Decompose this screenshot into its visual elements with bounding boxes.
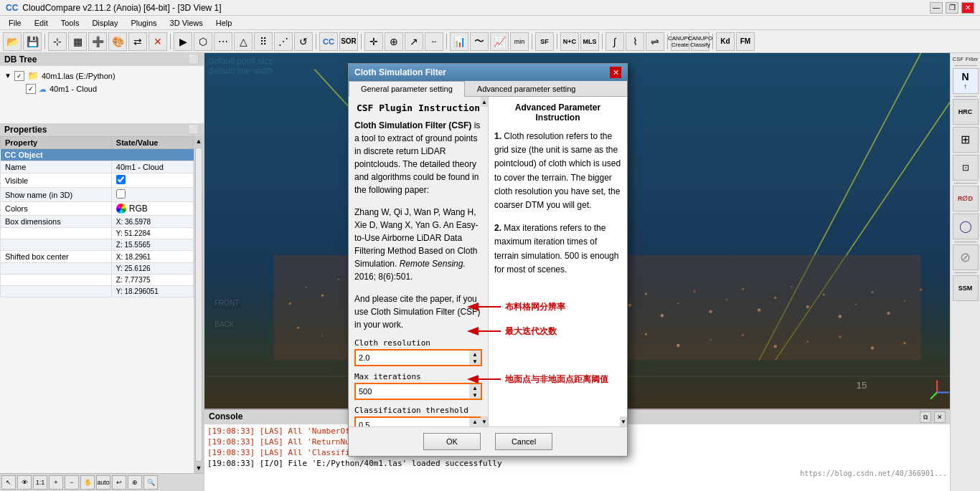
prop-visible-value[interactable]	[111, 173, 193, 188]
icon-zoom[interactable]: ⊕	[128, 475, 142, 490]
window-close-button[interactable]: ✕	[961, 2, 974, 14]
db-tree-expand-icon[interactable]: ⬜	[189, 54, 199, 65]
toolbar-icp[interactable]: ↺	[294, 32, 313, 51]
cancel-button[interactable]: Cancel	[495, 433, 552, 450]
max-iterations-down[interactable]: ▼	[469, 391, 481, 399]
cloth-resolution-down[interactable]: ▼	[469, 358, 481, 365]
showname-checkbox[interactable]	[116, 189, 126, 199]
restore-button[interactable]: ❐	[946, 2, 958, 14]
toolbar-wave2[interactable]: ⌇	[626, 32, 644, 51]
advanced-title: Advanced ParameterInstruction	[494, 103, 621, 123]
menu-edit[interactable]: Edit	[29, 18, 54, 28]
right-btn-circle[interactable]: ◯	[953, 214, 979, 239]
toolbar-scatter[interactable]: ⠿	[254, 32, 273, 51]
icon-magnify[interactable]: 🔍	[143, 475, 158, 490]
ok-button[interactable]: OK	[423, 433, 481, 450]
dialog-body: CSF Plugin Instruction Cloth Simulation …	[349, 97, 627, 426]
toolbar-open[interactable]: 📂	[3, 32, 22, 51]
console-close-btn[interactable]: ✕	[934, 411, 946, 423]
toolbar-min[interactable]: min	[510, 32, 529, 51]
toolbar-wave[interactable]: 〜	[470, 32, 489, 51]
adv-scroll-down[interactable]: ▼	[620, 416, 627, 426]
menu-tools[interactable]: Tools	[55, 18, 85, 28]
classification-threshold-down[interactable]: ▼	[469, 425, 481, 426]
prop-extra-label	[1, 286, 112, 297]
right-btn-prohibited[interactable]: ⊘	[953, 244, 979, 270]
right-btn-segment[interactable]: ⊡	[953, 155, 979, 181]
prohibited-icon: ⊘	[960, 249, 971, 265]
toolbar-target[interactable]: ⊕	[385, 32, 403, 51]
menu-plugins[interactable]: Plugins	[125, 18, 162, 28]
icon-plus[interactable]: +	[49, 475, 63, 490]
toolbar-add[interactable]: ➕	[88, 32, 107, 51]
dialog-close-button[interactable]: ✕	[610, 67, 621, 78]
right-btn-north[interactable]: N ↑	[953, 68, 979, 94]
icon-1to1[interactable]: 1:1	[33, 475, 47, 490]
dialog-scroll-up[interactable]: ▲	[481, 97, 488, 107]
toolbar-stats[interactable]: 📈	[490, 32, 509, 51]
right-btn-ssm[interactable]: SSM	[953, 275, 979, 301]
tab-general[interactable]: General parameter setting	[349, 81, 465, 97]
toolbar-mls[interactable]: MLS	[580, 32, 599, 51]
toolbar-subsample[interactable]: ⋰	[274, 32, 293, 51]
prop-group-ccobject: CC Object	[1, 149, 194, 161]
icon-rotate[interactable]: ↩	[112, 475, 126, 490]
classification-threshold-up[interactable]: ▲	[469, 418, 481, 425]
prop-scroll-down[interactable]: ▼	[194, 463, 204, 473]
toolbar-canutd2[interactable]: CANUPOClassify	[691, 32, 710, 51]
classification-threshold-input[interactable]	[356, 419, 469, 426]
toolbar-distance[interactable]: ↔	[425, 32, 443, 51]
toolbar-canutd1[interactable]: CANUPOCreate	[671, 32, 689, 51]
icon-auto[interactable]: auto	[96, 475, 110, 490]
toolbar-sf[interactable]: SF	[535, 32, 554, 51]
icon-cursor[interactable]: ↖	[1, 475, 16, 490]
tree-folder-checkbox[interactable]	[14, 71, 24, 81]
tree-item-cloud[interactable]: ▶ ☁ 40m1 - Cloud	[3, 82, 201, 95]
cloth-resolution-input[interactable]	[356, 352, 469, 363]
tree-item-folder[interactable]: ▼ 📁 40m1.las (E:/Python)	[3, 69, 201, 82]
toolbar-play[interactable]: ▶	[174, 32, 192, 51]
max-iterations-up[interactable]: ▲	[469, 384, 481, 391]
menu-display[interactable]: Display	[86, 18, 123, 28]
csf-bold-intro: Cloth Simulation Filter (CSF)	[354, 120, 471, 130]
toolbar-sor[interactable]: SOR	[339, 32, 358, 51]
toolbar-stop[interactable]: ⬡	[194, 32, 212, 51]
menu-3dviews[interactable]: 3D Views	[164, 18, 209, 28]
right-btn-rod[interactable]: R∅D	[953, 186, 979, 211]
toolbar-save[interactable]: 💾	[23, 32, 42, 51]
visible-checkbox[interactable]	[116, 175, 126, 184]
toolbar-merge[interactable]: ⇄	[128, 32, 147, 51]
right-btn-hrc[interactable]: HRC	[953, 99, 979, 125]
toolbar-mesh[interactable]: △	[234, 32, 253, 51]
toolbar-transform[interactable]: ⇌	[646, 32, 664, 51]
console-copy-btn[interactable]: ⧉	[920, 411, 931, 423]
toolbar-select[interactable]: ⊹	[48, 32, 67, 51]
toolbar-color[interactable]: 🎨	[108, 32, 127, 51]
menu-help[interactable]: Help	[210, 18, 238, 28]
icon-eye[interactable]: 👁	[17, 475, 32, 490]
right-btn-grid[interactable]: ⊞	[953, 127, 979, 153]
menu-file[interactable]: File	[3, 18, 27, 28]
toolbar-nc[interactable]: N+C	[560, 32, 579, 51]
toolbar-crosshair[interactable]: ✛	[364, 32, 383, 51]
toolbar-kd[interactable]: Kd	[716, 32, 735, 51]
tab-advanced[interactable]: Advanced parameter setting	[465, 81, 588, 96]
prop-showname-value[interactable]	[111, 188, 193, 202]
toolbar-s-curve[interactable]: ∫	[606, 32, 624, 51]
tree-cloud-checkbox[interactable]	[26, 84, 36, 94]
toolbar-grid[interactable]: ▦	[68, 32, 87, 51]
toolbar-delete[interactable]: ✕	[149, 32, 167, 51]
properties-expand-icon[interactable]: ⬜	[189, 125, 199, 135]
icon-minus[interactable]: −	[65, 475, 79, 490]
icon-pan[interactable]: ✋	[80, 475, 95, 490]
max-iterations-input[interactable]	[356, 386, 469, 397]
prop-scroll-up[interactable]: ▲	[194, 136, 204, 146]
dialog-scroll-down[interactable]: ▼	[481, 416, 488, 426]
toolbar-fm[interactable]: FM	[736, 32, 755, 51]
toolbar-cc[interactable]: CC	[319, 32, 338, 51]
toolbar-chart[interactable]: 📊	[450, 32, 468, 51]
toolbar-points[interactable]: ⋯	[214, 32, 232, 51]
minimize-button[interactable]: —	[930, 2, 943, 14]
cloth-resolution-up[interactable]: ▲	[469, 351, 481, 358]
toolbar-arrow[interactable]: ↗	[405, 32, 423, 51]
